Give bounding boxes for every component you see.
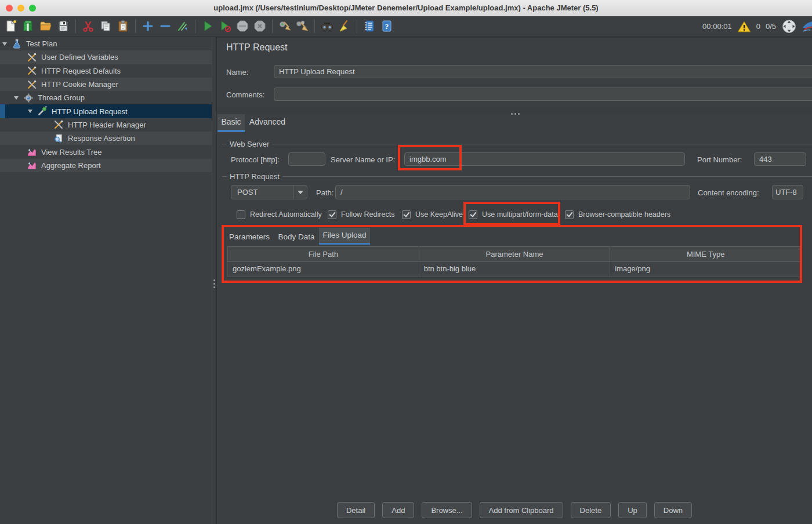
toolbar-separator xyxy=(272,20,273,33)
browse-button[interactable]: Browse... xyxy=(422,502,472,518)
path-input[interactable] xyxy=(335,185,690,199)
checkbox-icon[interactable] xyxy=(469,210,477,219)
warning-icon[interactable] xyxy=(737,20,751,33)
add-from-clipboard-button[interactable]: Add from Clipboard xyxy=(480,502,563,518)
test-plan-icon xyxy=(12,39,22,49)
expand-triangle-icon[interactable] xyxy=(2,42,7,46)
tree-item-http-request-defaults[interactable]: HTTP Request Defaults xyxy=(0,64,212,78)
tree-main-splitter[interactable] xyxy=(212,37,217,524)
checkbox-redirect-automatically[interactable]: Redirect Automatically xyxy=(237,210,322,219)
column-header-mime-type[interactable]: MIME Type xyxy=(610,247,801,261)
cell-parameter-name[interactable]: btn btn-big blue xyxy=(419,262,611,276)
copy-icon[interactable] xyxy=(98,19,113,34)
name-label: Name: xyxy=(226,68,248,77)
path-label: Path: xyxy=(316,188,334,197)
comments-input[interactable] xyxy=(274,88,812,101)
down-button[interactable]: Down xyxy=(654,502,692,518)
config-icon xyxy=(53,119,64,130)
checkbox-label: Use multipart/form-data xyxy=(482,210,558,219)
detail-button[interactable]: Detail xyxy=(337,502,375,518)
checkbox-icon[interactable] xyxy=(565,210,574,219)
expand-triangle-icon[interactable] xyxy=(28,110,32,113)
jmeter-window: upload.jmx (/Users/testinium/Desktop/JMe… xyxy=(0,0,812,524)
add-element-icon[interactable] xyxy=(140,19,155,34)
web-server-group-border xyxy=(222,144,812,144)
method-dropdown[interactable]: POST xyxy=(231,185,307,199)
tab-basic[interactable]: Basic xyxy=(217,114,245,132)
assertion-icon xyxy=(53,133,64,144)
tree-item-http-cookie-manager[interactable]: HTTP Cookie Manager xyxy=(0,78,212,91)
splitter-handle-icon[interactable] xyxy=(510,108,520,119)
http-request-group-border xyxy=(222,176,812,177)
protocol-input[interactable] xyxy=(288,152,325,166)
column-header-parameter-name[interactable]: Parameter Name xyxy=(419,247,611,261)
function-helper-icon[interactable] xyxy=(362,19,377,34)
checkbox-browser-compatible-headers[interactable]: Browser-compatible headers xyxy=(565,210,670,219)
chevron-down-icon[interactable] xyxy=(293,185,307,199)
server-name-label: Server Name or IP: xyxy=(331,155,395,164)
tab-parameters[interactable]: Parameters xyxy=(226,230,273,245)
tree-item-user-defined-variables[interactable]: User Defined Variables xyxy=(0,50,212,64)
remove-element-icon[interactable] xyxy=(158,19,173,34)
http-request-panel: HTTP Request Name: Comments: Basic Advan… xyxy=(217,37,812,524)
add-button[interactable]: Add xyxy=(382,502,414,518)
splitter-handle-icon[interactable] xyxy=(213,278,215,290)
cell-mime-type[interactable]: image/png xyxy=(610,262,801,276)
search-icon[interactable] xyxy=(320,19,335,34)
new-file-icon[interactable] xyxy=(3,19,19,34)
http-sampler-icon xyxy=(37,106,48,117)
table-row[interactable]: gozlemExample.png btn btn-big blue image… xyxy=(227,262,802,277)
expand-triangle-icon[interactable] xyxy=(14,96,19,100)
start-icon[interactable] xyxy=(200,19,215,34)
checkbox-use-multipart-form-data[interactable]: Use multipart/form-data xyxy=(469,210,558,219)
name-input[interactable] xyxy=(274,65,812,78)
tree-item-label: Aggregate Report xyxy=(41,161,101,170)
tree-item-http-upload-request[interactable]: HTTP Upload Request xyxy=(0,104,212,118)
listener-icon xyxy=(27,160,37,170)
cut-icon[interactable] xyxy=(81,19,96,34)
tree-item-aggregate-report[interactable]: Aggregate Report xyxy=(0,159,212,172)
checkbox-follow-redirects[interactable]: Follow Redirects xyxy=(328,210,394,219)
tree-item-thread-group[interactable]: Thread Group xyxy=(0,91,212,104)
column-header-file-path[interactable]: File Path xyxy=(228,247,419,261)
thread-group-icon xyxy=(23,93,34,103)
clear-all-icon[interactable] xyxy=(295,19,310,34)
start-no-pauses-icon[interactable] xyxy=(217,19,233,34)
cell-file-path[interactable]: gozlemExample.png xyxy=(228,262,419,276)
svg-text:?: ? xyxy=(385,22,389,31)
toggle-icon[interactable] xyxy=(175,19,190,34)
active-threads: 0/5 xyxy=(766,22,776,31)
tree-item-http-header-manager[interactable]: HTTP Header Manager xyxy=(0,118,212,132)
titlebar: upload.jmx (/Users/testinium/Desktop/JMe… xyxy=(0,0,812,17)
clear-icon[interactable] xyxy=(277,19,292,34)
help-icon[interactable]: ? xyxy=(379,19,394,34)
tab-advanced[interactable]: Advanced xyxy=(248,114,287,130)
port-number-label: Port Number: xyxy=(697,155,742,164)
delete-button[interactable]: Delete xyxy=(571,502,611,518)
checkbox-icon[interactable] xyxy=(328,210,336,219)
open-file-icon[interactable] xyxy=(38,19,53,34)
checkbox-use-keepalive[interactable]: Use KeepAlive xyxy=(402,210,463,219)
checkbox-icon[interactable] xyxy=(237,210,245,219)
panel-splitter[interactable] xyxy=(217,107,812,114)
tab-body-data[interactable]: Body Data xyxy=(275,230,318,245)
server-name-input[interactable] xyxy=(404,152,685,166)
remote-start-ball-icon[interactable] xyxy=(781,19,797,34)
toolbar: ? 00:00:01 0 0/5 xyxy=(0,16,812,37)
tab-files-upload[interactable]: Files Upload xyxy=(319,228,370,245)
toolbar-separator xyxy=(75,20,76,33)
port-number-input[interactable] xyxy=(754,152,806,166)
tree-item-view-results-tree[interactable]: View Results Tree xyxy=(0,145,212,158)
save-icon[interactable] xyxy=(56,19,71,34)
error-count: 0 xyxy=(756,22,760,31)
tree-item-test-plan[interactable]: Test Plan xyxy=(0,37,212,50)
content-encoding-label: Content encoding: xyxy=(698,188,759,197)
search-reset-icon[interactable] xyxy=(337,19,352,34)
up-button[interactable]: Up xyxy=(618,502,647,518)
templates-icon[interactable] xyxy=(21,19,36,34)
paste-icon[interactable] xyxy=(115,19,130,34)
checkbox-icon[interactable] xyxy=(402,210,411,219)
tree-item-response-assertion[interactable]: Response Assertion xyxy=(0,132,212,145)
content-encoding-input[interactable] xyxy=(772,185,803,199)
web-server-legend: Web Server xyxy=(227,140,272,148)
